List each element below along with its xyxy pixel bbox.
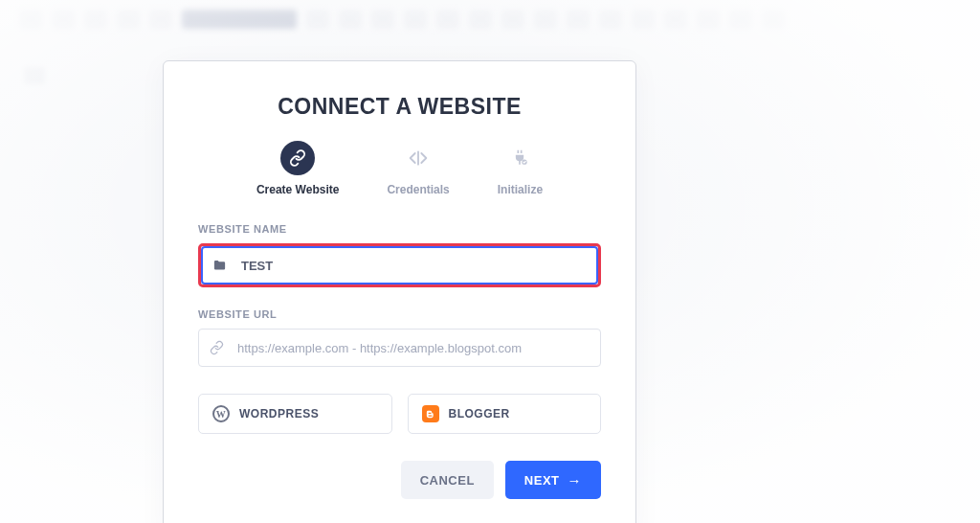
stepper: Create Website Credentials Initialize bbox=[198, 141, 601, 196]
button-label: NEXT bbox=[524, 473, 560, 488]
step-label: Initialize bbox=[498, 183, 543, 196]
modal-title: CONNECT A WEBSITE bbox=[198, 94, 601, 120]
plug-icon bbox=[502, 141, 537, 175]
website-url-input-wrap bbox=[198, 329, 601, 367]
website-name-input-wrap bbox=[198, 243, 601, 287]
step-label: Credentials bbox=[387, 183, 449, 196]
step-initialize[interactable]: Initialize bbox=[498, 141, 543, 196]
platform-label: BLOGGER bbox=[449, 407, 510, 421]
step-create-website[interactable]: Create Website bbox=[256, 141, 339, 196]
cancel-button[interactable]: CANCEL bbox=[401, 461, 494, 499]
wordpress-button[interactable]: W WORDPRESS bbox=[198, 394, 392, 434]
platform-label: WORDPRESS bbox=[239, 407, 319, 421]
background-side-icon bbox=[24, 67, 45, 84]
folder-icon bbox=[212, 259, 227, 273]
website-name-input[interactable] bbox=[201, 246, 598, 284]
website-url-label: WEBSITE URL bbox=[198, 308, 601, 320]
website-url-input[interactable] bbox=[198, 329, 601, 367]
button-label: CANCEL bbox=[420, 473, 475, 488]
step-label: Create Website bbox=[256, 183, 339, 196]
step-credentials[interactable]: Credentials bbox=[387, 141, 449, 196]
blogger-button[interactable]: BLOGGER bbox=[408, 394, 602, 434]
website-name-label: WEBSITE NAME bbox=[198, 223, 601, 235]
arrow-right-icon: → bbox=[568, 472, 583, 489]
link-icon bbox=[210, 341, 224, 355]
blogger-icon bbox=[422, 405, 439, 422]
code-icon bbox=[401, 141, 435, 175]
next-button[interactable]: NEXT → bbox=[505, 461, 601, 499]
platform-row: W WORDPRESS BLOGGER bbox=[198, 394, 601, 434]
link-icon bbox=[280, 141, 315, 175]
modal-actions: CANCEL NEXT → bbox=[198, 461, 601, 499]
wordpress-icon: W bbox=[212, 405, 230, 422]
connect-website-modal: CONNECT A WEBSITE Create Website Credent… bbox=[163, 60, 636, 523]
background-toolbar bbox=[0, 0, 980, 38]
